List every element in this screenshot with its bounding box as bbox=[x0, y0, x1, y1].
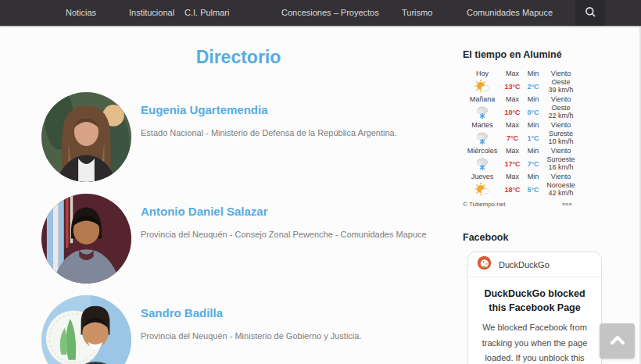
person-name-link[interactable]: Antonio Daniel Salazar bbox=[141, 205, 268, 218]
wind-speed: 16 km/h bbox=[548, 163, 573, 171]
duckduckgo-header: DuckDuckGo bbox=[468, 252, 601, 277]
weather-max-label: Max bbox=[502, 70, 523, 77]
wind-direction: Noroeste bbox=[546, 181, 575, 189]
weather-day-label: Jueves bbox=[463, 173, 502, 180]
top-navbar: Noticias Institucional C.I. Pulmari Conc… bbox=[0, 0, 641, 26]
tutiempo-credit-link[interactable]: © Tutiempo.net bbox=[463, 201, 505, 208]
weather-table: Hoy Max Min Viento 13°C 2°C Oeste39 km/h… bbox=[463, 69, 577, 198]
weather-max-label: Max bbox=[502, 121, 523, 129]
wind-direction: Sureste bbox=[549, 130, 573, 137]
duckduckgo-brand-label: DuckDuckGo bbox=[499, 260, 550, 269]
person-name-link[interactable]: Sandro Badilla bbox=[141, 306, 223, 319]
directory-entry: Sandro Badilla Provincia del Neuquén - M… bbox=[41, 295, 448, 364]
wind-speed: 22 km/h bbox=[548, 112, 573, 120]
snow-icon bbox=[463, 156, 502, 172]
weather-wind-value: Oeste22 km/h bbox=[543, 105, 578, 120]
nav-item-concesiones-proyectos[interactable]: Concesiones – Proyectos bbox=[281, 0, 379, 26]
weather-wind-value: Oeste39 km/h bbox=[543, 79, 578, 94]
blocked-description: We blocked Facebook from tracking you wh… bbox=[476, 320, 593, 364]
person-description: Provincia del Neuquén - Ministerio de Go… bbox=[141, 331, 446, 341]
person-description: Provincia del Neuquén - Consejo Zonal Pe… bbox=[141, 230, 446, 239]
weather-day-header: Miércoles Max Min Viento bbox=[463, 146, 577, 155]
partly-cloudy-icon bbox=[463, 182, 502, 198]
weather-day-header: Jueves Max Min Viento bbox=[463, 172, 577, 181]
weather-wind-value: Noroeste42 km/h bbox=[543, 182, 578, 197]
weather-day-row: 13°C 2°C Oeste39 km/h bbox=[463, 78, 577, 95]
weather-wind-label: Viento bbox=[543, 173, 578, 180]
weather-wind-label: Viento bbox=[543, 147, 578, 155]
weather-min-temp: 1°C bbox=[523, 134, 543, 142]
search-button[interactable] bbox=[575, 0, 605, 26]
nav-item-institucional[interactable]: Institucional bbox=[129, 0, 174, 26]
wind-speed: 39 km/h bbox=[548, 86, 573, 94]
partly-cloudy-icon bbox=[463, 79, 502, 95]
weather-min-temp: 5°C bbox=[523, 186, 543, 194]
weather-day-label: Martes bbox=[463, 121, 502, 129]
nav-item-ci-pulmari[interactable]: C.I. Pulmari bbox=[184, 0, 229, 26]
weather-min-label: Min bbox=[523, 173, 543, 180]
weather-day-row: 7°C 1°C Sureste10 km/h bbox=[463, 130, 577, 146]
weather-min-temp: 2°C bbox=[523, 83, 543, 91]
weather-min-temp: 0°C bbox=[523, 109, 543, 116]
chevron-up-icon bbox=[609, 334, 626, 348]
weather-max-temp: 18°C bbox=[502, 186, 523, 194]
scroll-to-top-button[interactable] bbox=[600, 323, 635, 359]
weather-max-label: Max bbox=[502, 95, 523, 103]
wind-speed: 42 km/h bbox=[548, 189, 573, 197]
weather-min-temp: 7°C bbox=[523, 160, 543, 168]
weather-max-temp: 17°C bbox=[502, 160, 523, 168]
wind-direction: Suroeste bbox=[546, 155, 575, 163]
avatar-eugenia-ugartemendia[interactable] bbox=[41, 92, 131, 182]
weather-more-link[interactable]: »»» bbox=[562, 201, 572, 208]
avatar-sandro-badilla[interactable] bbox=[41, 295, 131, 364]
person-description: Estado Nacional - Ministerio de Defensa … bbox=[141, 128, 446, 137]
snow-icon bbox=[463, 130, 502, 146]
facebook-blocked-body: DuckDuckGo blocked this Facebook Page We… bbox=[468, 277, 601, 364]
duckduckgo-logo-icon bbox=[477, 255, 492, 273]
weather-day-row: 18°C 5°C Noroeste42 km/h bbox=[463, 181, 577, 198]
weather-widget-title: El tiempo en Aluminé bbox=[463, 49, 562, 60]
wind-speed: 10 km/h bbox=[548, 137, 573, 145]
weather-day-header: Mañana Max Min Viento bbox=[463, 95, 577, 104]
weather-day-label: Hoy bbox=[463, 70, 502, 77]
weather-day-label: Mañana bbox=[463, 95, 502, 103]
blocked-description-text: We blocked Facebook from tracking you wh… bbox=[482, 323, 588, 364]
person-name-link[interactable]: Eugenia Ugartemendia bbox=[141, 103, 268, 116]
weather-min-label: Min bbox=[523, 95, 543, 103]
nav-item-noticias[interactable]: Noticias bbox=[66, 0, 96, 26]
weather-day-header: Martes Max Min Viento bbox=[463, 120, 577, 130]
avatar-antonio-daniel-salazar[interactable] bbox=[41, 194, 131, 284]
weather-footer: © Tutiempo.net »»» bbox=[463, 201, 572, 208]
page-title: Directorio bbox=[31, 47, 446, 68]
blocked-heading: DuckDuckGo blocked this Facebook Page bbox=[476, 287, 593, 315]
wind-direction: Oeste bbox=[551, 104, 570, 112]
weather-max-label: Max bbox=[502, 173, 523, 180]
facebook-section-title: Facebook bbox=[463, 232, 508, 243]
weather-min-label: Min bbox=[523, 70, 543, 77]
weather-max-temp: 13°C bbox=[502, 83, 523, 91]
weather-day-row: 17°C 7°C Suroeste16 km/h bbox=[463, 155, 577, 172]
search-icon bbox=[585, 6, 596, 20]
weather-min-label: Min bbox=[523, 147, 543, 155]
wind-direction: Oeste bbox=[551, 78, 570, 86]
weather-max-temp: 7°C bbox=[502, 134, 523, 142]
nav-item-comunidades-mapuce[interactable]: Comunidades Mapuce bbox=[467, 0, 553, 26]
weather-wind-value: Sureste10 km/h bbox=[543, 130, 578, 145]
weather-wind-label: Viento bbox=[543, 121, 578, 129]
snow-icon bbox=[463, 105, 502, 120]
facebook-blocked-widget: DuckDuckGo DuckDuckGo blocked this Faceb… bbox=[467, 252, 602, 364]
weather-wind-label: Viento bbox=[543, 95, 578, 103]
weather-wind-label: Viento bbox=[543, 70, 578, 77]
nav-item-turismo[interactable]: Turismo bbox=[402, 0, 432, 26]
weather-day-label: Miércoles bbox=[463, 147, 502, 155]
weather-day-header: Hoy Max Min Viento bbox=[463, 69, 577, 78]
weather-day-row: 10°C 0°C Oeste22 km/h bbox=[463, 104, 577, 120]
directory-entry: Eugenia Ugartemendia Estado Nacional - M… bbox=[41, 92, 448, 186]
weather-wind-value: Suroeste16 km/h bbox=[543, 156, 578, 171]
directory-entry: Antonio Daniel Salazar Provincia del Neu… bbox=[41, 194, 448, 287]
weather-min-label: Min bbox=[523, 121, 543, 129]
weather-max-label: Max bbox=[502, 147, 523, 155]
weather-max-temp: 10°C bbox=[502, 109, 523, 116]
